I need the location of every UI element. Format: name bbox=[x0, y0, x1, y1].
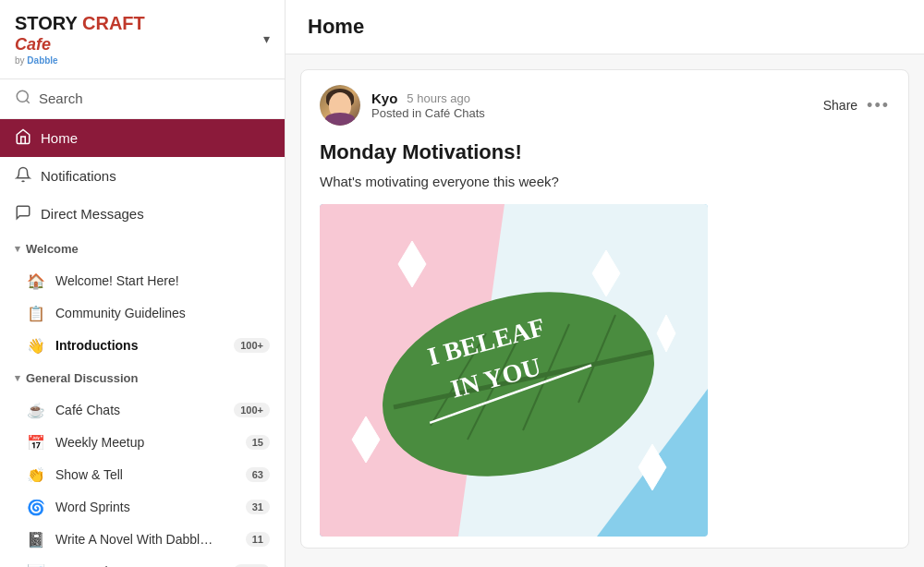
logo: STORY CRAFT Cafe by Dabble bbox=[15, 13, 145, 66]
channel-welcome-start[interactable]: 🏠 Welcome! Start Here! bbox=[0, 265, 285, 297]
coffee-emoji: ☕ bbox=[26, 402, 46, 419]
search-icon bbox=[15, 89, 31, 109]
channel-introductions-label: Introductions bbox=[55, 338, 225, 353]
logo-craft: CRAFT bbox=[82, 13, 145, 33]
direct-messages-label: Direct Messages bbox=[41, 206, 144, 222]
channel-community-guidelines[interactable]: 📋 Community Guidelines bbox=[0, 297, 285, 330]
post-body: Monday Motivations! What's motivating ev… bbox=[301, 140, 908, 548]
sidebar-item-home[interactable]: Home bbox=[0, 119, 285, 157]
more-options-button[interactable]: ••• bbox=[867, 96, 890, 115]
channel-show-tell[interactable]: 👏 Show & Tell 63 bbox=[0, 459, 285, 491]
clipboard-emoji: 📋 bbox=[26, 305, 46, 322]
post-card: Kyo 5 hours ago Posted in Café Chats Sha… bbox=[300, 69, 909, 549]
channel-cafe-chats-label: Café Chats bbox=[55, 403, 225, 417]
channel-write-novel-label: Write A Novel With Dabbl… bbox=[55, 532, 237, 547]
sidebar: STORY CRAFT Cafe by Dabble ▾ Search Home bbox=[0, 0, 286, 567]
post-image: I BELEAF IN YOU bbox=[320, 204, 708, 537]
weekly-meetup-badge: 15 bbox=[246, 435, 270, 450]
search-item[interactable]: Search bbox=[0, 79, 285, 119]
house-emoji: 🏠 bbox=[26, 272, 46, 290]
channel-community-guidelines-label: Community Guidelines bbox=[55, 306, 270, 320]
sidebar-item-notifications[interactable]: Notifications bbox=[0, 157, 285, 195]
logo-story: STORY bbox=[15, 13, 82, 33]
logo-sub: by Dabble bbox=[15, 55, 145, 66]
avatar-body bbox=[325, 113, 355, 126]
channel-nanowrimo[interactable]: 📊 NaNoWriMo 100+ bbox=[0, 556, 285, 567]
section-general-discussion-label: General Discussion bbox=[26, 371, 138, 385]
avatar-image bbox=[320, 85, 360, 126]
post-actions: Share ••• bbox=[823, 96, 890, 115]
section-general-discussion[interactable]: ▾ General Discussion bbox=[0, 362, 285, 394]
post-meta: Kyo 5 hours ago Posted in Café Chats bbox=[371, 90, 812, 120]
post-author: Kyo bbox=[371, 90, 397, 106]
section-welcome-label: Welcome bbox=[26, 242, 79, 256]
svg-line-1 bbox=[26, 100, 29, 103]
post-title: Monday Motivations! bbox=[320, 140, 890, 164]
post-text: What's motivating everyone this week? bbox=[320, 174, 890, 189]
sidebar-item-direct-messages[interactable]: Direct Messages bbox=[0, 195, 285, 233]
post-time: 5 hours ago bbox=[407, 91, 470, 105]
channel-welcome-start-label: Welcome! Start Here! bbox=[55, 273, 270, 288]
logo-cafe: Cafe bbox=[15, 35, 51, 54]
sidebar-header[interactable]: STORY CRAFT Cafe by Dabble ▾ bbox=[0, 0, 285, 79]
bell-icon bbox=[15, 166, 31, 186]
channel-introductions[interactable]: 👋 Introductions 100+ bbox=[0, 330, 285, 362]
sidebar-item-home-label: Home bbox=[41, 130, 78, 146]
wave-emoji: 👋 bbox=[26, 337, 46, 355]
logo-title: STORY CRAFT Cafe bbox=[15, 13, 145, 54]
section-welcome[interactable]: ▾ Welcome bbox=[0, 233, 285, 265]
swirl-emoji: 🌀 bbox=[26, 499, 46, 516]
logo-dabble: Dabble bbox=[27, 55, 57, 66]
share-button[interactable]: Share bbox=[823, 98, 857, 113]
channel-weekly-meetup-label: Weekly Meetup bbox=[55, 435, 237, 450]
chevron-down-icon[interactable]: ▾ bbox=[263, 31, 270, 46]
search-label: Search bbox=[39, 90, 83, 106]
main-content: Home Kyo 5 hours ago Posted in Café Chat… bbox=[286, 0, 924, 567]
channel-show-tell-label: Show & Tell bbox=[55, 467, 237, 482]
author-row: Kyo 5 hours ago bbox=[371, 90, 812, 106]
calendar-emoji: 📅 bbox=[26, 434, 46, 452]
svg-point-0 bbox=[17, 90, 28, 102]
introductions-badge: 100+ bbox=[234, 338, 270, 353]
channel-weekly-meetup[interactable]: 📅 Weekly Meetup 15 bbox=[0, 427, 285, 459]
home-icon bbox=[15, 128, 31, 148]
notifications-label: Notifications bbox=[41, 168, 116, 184]
post-header: Kyo 5 hours ago Posted in Café Chats Sha… bbox=[301, 70, 908, 140]
channel-write-novel[interactable]: 📓 Write A Novel With Dabbl… 11 bbox=[0, 524, 285, 556]
collapse-welcome-icon: ▾ bbox=[15, 243, 20, 255]
cafe-chats-badge: 100+ bbox=[234, 403, 270, 417]
chart-emoji: 📊 bbox=[26, 563, 46, 567]
page-title: Home bbox=[308, 15, 902, 39]
message-icon bbox=[15, 204, 31, 223]
notebook-emoji: 📓 bbox=[26, 531, 46, 549]
clap-emoji: 👏 bbox=[26, 466, 46, 484]
word-sprints-badge: 31 bbox=[246, 500, 270, 514]
show-tell-badge: 63 bbox=[246, 467, 270, 482]
collapse-general-icon: ▾ bbox=[15, 372, 20, 384]
channel-word-sprints-label: Word Sprints bbox=[55, 500, 237, 514]
post-channel: Posted in Café Chats bbox=[371, 106, 812, 120]
channel-cafe-chats[interactable]: ☕ Café Chats 100+ bbox=[0, 394, 285, 427]
avatar bbox=[320, 85, 360, 126]
channel-word-sprints[interactable]: 🌀 Word Sprints 31 bbox=[0, 491, 285, 524]
main-header: Home bbox=[286, 0, 924, 54]
write-novel-badge: 11 bbox=[246, 532, 270, 547]
